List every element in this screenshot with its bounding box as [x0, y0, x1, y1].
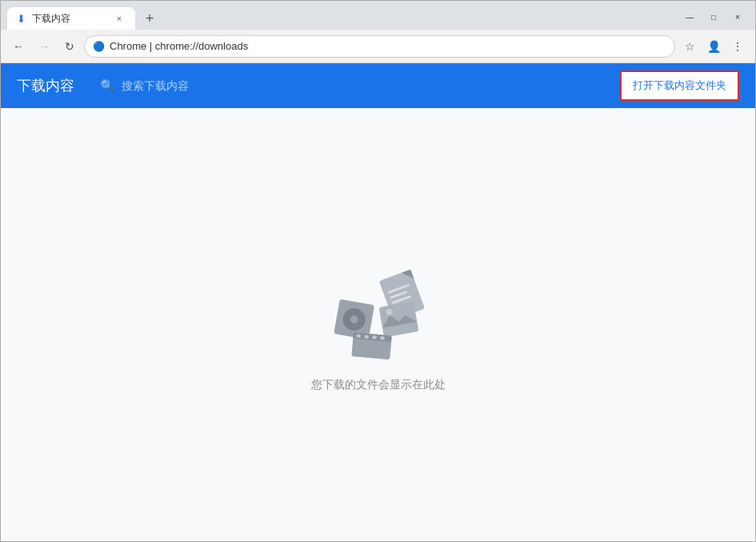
back-button[interactable]: ←: [7, 35, 30, 58]
profile-button[interactable]: 👤: [702, 35, 725, 58]
tab-close-button[interactable]: ×: [113, 12, 126, 25]
refresh-button[interactable]: ↻: [58, 35, 81, 58]
svg-rect-8: [378, 301, 418, 337]
close-button[interactable]: ×: [726, 9, 749, 25]
tab-favicon-icon: ⬇: [17, 13, 26, 25]
empty-state: 您下载的文件会显示在此处: [311, 258, 446, 392]
svg-rect-15: [380, 336, 384, 339]
title-bar: ⬇ 下载内容 × + — □ ×: [1, 1, 755, 30]
open-folder-button[interactable]: 打开下载内容文件夹: [620, 70, 739, 101]
navigation-bar: ← → ↻ 🔵 Chrome | chrome://downloads ☆ 👤 …: [1, 30, 755, 63]
search-input[interactable]: [122, 79, 594, 92]
window-controls: — □ ×: [678, 9, 749, 25]
svg-rect-14: [372, 335, 376, 339]
page-header: 下载内容 🔍 打开下载内容文件夹: [1, 63, 755, 108]
maximize-button[interactable]: □: [702, 9, 725, 25]
browser-window: ⬇ 下载内容 × + — □ × ← → ↻ 🔵 Chrome | chrome…: [0, 0, 756, 542]
forward-button[interactable]: →: [33, 35, 55, 58]
bookmark-button[interactable]: ☆: [678, 35, 701, 58]
search-box[interactable]: 🔍: [90, 74, 604, 98]
page-title: 下载内容: [17, 76, 74, 95]
site-security-icon: 🔵: [93, 41, 105, 52]
empty-state-text: 您下载的文件会显示在此处: [311, 378, 446, 392]
address-bar[interactable]: 🔵 Chrome | chrome://downloads: [84, 35, 675, 58]
empty-state-illustration: [314, 258, 442, 362]
minimize-button[interactable]: —: [678, 9, 701, 25]
svg-rect-12: [356, 334, 360, 337]
main-content: 您下载的文件会显示在此处: [1, 108, 755, 541]
menu-button[interactable]: ⋮: [726, 35, 749, 58]
url-display: Chrome | chrome://downloads: [110, 40, 666, 52]
search-icon: 🔍: [100, 78, 115, 93]
tab-area: ⬇ 下载内容 × +: [7, 7, 678, 30]
tab-title: 下载内容: [32, 12, 106, 26]
nav-right-controls: ☆ 👤 ⋮: [678, 35, 749, 58]
active-tab[interactable]: ⬇ 下载内容 ×: [7, 7, 135, 30]
svg-rect-13: [364, 335, 368, 338]
new-tab-button[interactable]: +: [138, 7, 161, 30]
